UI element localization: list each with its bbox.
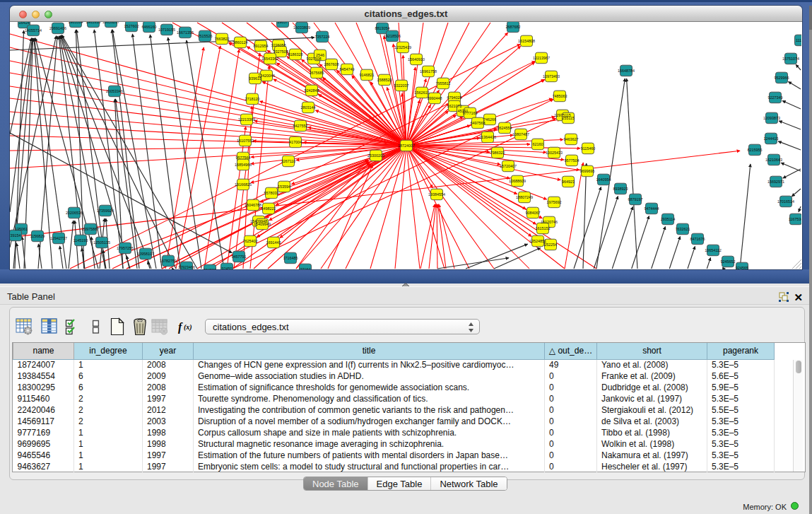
- svg-text:9327509: 9327509: [273, 49, 288, 54]
- svg-text:11121: 11121: [796, 38, 801, 42]
- svg-text:15720407: 15720407: [500, 164, 517, 168]
- svg-text:939615: 939615: [249, 76, 261, 81]
- svg-text:1691443: 1691443: [266, 240, 281, 245]
- svg-text:16648784: 16648784: [618, 69, 635, 73]
- svg-text:16961758: 16961758: [420, 69, 437, 74]
- svg-text:16154808: 16154808: [518, 39, 535, 43]
- svg-text:417004: 417004: [289, 140, 302, 144]
- svg-text:15692971: 15692971: [767, 180, 784, 184]
- svg-text:9860124: 9860124: [233, 40, 248, 45]
- svg-text:15409949: 15409949: [254, 222, 271, 226]
- svg-text:10973493: 10973493: [543, 74, 560, 78]
- svg-text:62160: 62160: [533, 142, 543, 146]
- svg-text:2867608: 2867608: [324, 62, 339, 66]
- svg-text:10958107: 10958107: [137, 252, 154, 256]
- svg-text:1615152: 1615152: [536, 226, 551, 230]
- svg-text:1156829: 1156829: [30, 234, 45, 238]
- svg-text:9577564: 9577564: [236, 156, 251, 160]
- svg-text:9242848: 9242848: [305, 88, 319, 93]
- svg-text:3624554: 3624554: [498, 126, 512, 130]
- svg-text:10653267: 10653267: [102, 22, 119, 24]
- svg-text:1562615: 1562615: [415, 90, 430, 95]
- svg-text:19166825: 19166825: [235, 182, 252, 187]
- svg-text:16782759: 16782759: [160, 259, 177, 263]
- svg-text:7357224: 7357224: [315, 35, 330, 39]
- svg-text:9115460: 9115460: [581, 146, 596, 151]
- svg-text:8186328: 8186328: [288, 52, 303, 57]
- svg-text:9245652: 9245652: [721, 259, 736, 264]
- svg-text:8938923: 8938923: [613, 187, 628, 191]
- svg-text:12213967: 12213967: [533, 56, 550, 60]
- svg-text:8912954: 8912954: [254, 44, 269, 48]
- svg-text:9227349: 9227349: [768, 95, 783, 100]
- svg-text:17359924: 17359924: [97, 209, 114, 213]
- svg-text:1527602: 1527602: [124, 24, 139, 28]
- svg-text:12923466: 12923466: [178, 265, 195, 269]
- svg-text:39154: 39154: [11, 233, 21, 238]
- svg-text:7632621: 7632621: [676, 227, 690, 231]
- svg-text:18807249: 18807249: [516, 195, 533, 199]
- svg-text:17016514: 17016514: [777, 199, 794, 204]
- svg-text:964923: 964923: [562, 180, 575, 184]
- svg-text:2935114: 2935114: [661, 217, 676, 221]
- svg-text:1145193: 1145193: [73, 238, 88, 243]
- svg-text:252254: 252254: [544, 243, 557, 247]
- svg-text:924565: 924565: [736, 266, 748, 269]
- svg-text:8813054: 8813054: [375, 26, 390, 30]
- svg-text:1244415: 1244415: [764, 136, 779, 141]
- svg-text:16120746: 16120746: [541, 220, 558, 224]
- svg-text:12942737: 12942737: [50, 236, 67, 240]
- svg-text:153594: 153594: [278, 185, 290, 189]
- svg-text:10654112: 10654112: [705, 248, 722, 252]
- svg-text:9457791: 9457791: [232, 255, 247, 259]
- svg-text:19218506: 19218506: [384, 34, 401, 38]
- svg-text:8215955: 8215955: [748, 148, 763, 152]
- svg-text:16046788: 16046788: [245, 203, 261, 207]
- svg-text:9577504: 9577504: [565, 158, 579, 163]
- svg-text:7515526: 7515526: [198, 34, 213, 38]
- svg-text:746266: 746266: [483, 117, 496, 122]
- svg-text:10025433: 10025433: [546, 151, 563, 155]
- svg-text:8454749: 8454749: [340, 67, 355, 71]
- svg-text:12213369: 12213369: [238, 117, 255, 122]
- svg-text:6879197: 6879197: [628, 197, 643, 201]
- svg-text:10807487: 10807487: [512, 132, 529, 136]
- svg-text:17957255: 17957255: [117, 246, 134, 250]
- svg-text:16210643: 16210643: [765, 158, 782, 162]
- svg-text:2687682: 2687682: [506, 25, 521, 29]
- svg-text:1588520: 1588520: [377, 78, 392, 82]
- svg-text:9463627: 9463627: [564, 137, 579, 141]
- svg-text:10688609: 10688609: [509, 179, 526, 183]
- svg-text:9146821: 9146821: [360, 73, 375, 77]
- svg-text:5578033: 5578033: [264, 191, 279, 195]
- svg-text:255115: 255115: [562, 116, 575, 120]
- svg-text:20053346: 20053346: [106, 89, 123, 93]
- svg-text:92450: 92450: [222, 267, 233, 269]
- svg-text:5498222: 5498222: [261, 206, 276, 211]
- svg-text:37164: 37164: [300, 267, 311, 269]
- svg-text:25300203: 25300203: [367, 153, 384, 158]
- svg-text:5322037: 5322037: [394, 83, 409, 88]
- svg-text:2546: 2546: [316, 53, 324, 57]
- svg-text:16543362: 16543362: [261, 57, 278, 61]
- svg-text:23975867: 23975867: [82, 227, 99, 231]
- svg-text:21364436: 21364436: [479, 135, 496, 139]
- svg-text:1621072: 1621072: [447, 104, 462, 108]
- svg-text:7485063: 7485063: [553, 94, 567, 98]
- svg-text:6794028: 6794028: [447, 95, 462, 100]
- svg-text:1905514: 1905514: [69, 22, 83, 24]
- svg-text:3267110: 3267110: [281, 159, 296, 163]
- svg-text:1965318: 1965318: [86, 22, 101, 24]
- svg-text:19057: 19057: [278, 22, 288, 24]
- svg-text:9474444: 9474444: [645, 206, 659, 211]
- svg-text:14055714: 14055714: [25, 28, 42, 33]
- svg-text:9699695: 9699695: [580, 169, 595, 173]
- svg-text:10719155: 10719155: [158, 28, 175, 32]
- svg-text:12093873: 12093873: [763, 116, 780, 120]
- svg-text:924506: 924506: [204, 268, 216, 269]
- svg-text:1640954: 1640954: [596, 177, 611, 182]
- svg-text:16033809: 16033809: [293, 25, 310, 30]
- svg-text:19384554: 19384554: [428, 192, 445, 197]
- svg-text:7955812: 7955812: [436, 81, 451, 86]
- svg-text:1975692: 1975692: [547, 200, 562, 204]
